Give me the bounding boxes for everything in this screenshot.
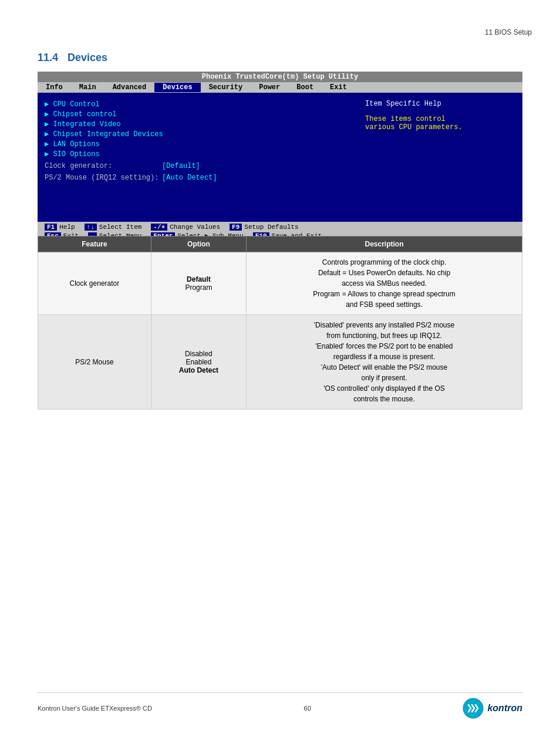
footer-desc: Setup Defaults: [244, 224, 298, 231]
help-title: Item Specific Help: [365, 100, 515, 108]
table-cell-option: DefaultProgram: [151, 252, 246, 315]
option-item: Default: [158, 275, 239, 283]
bios-menu-item-advanced[interactable]: Advanced: [104, 83, 155, 92]
bios-menu-row[interactable]: ▶ LAN Options: [45, 140, 351, 148]
bios-footer-row: F1Help↑↓Select Item-/+Change ValuesF9Set…: [42, 223, 301, 231]
bios-menu-item-main[interactable]: Main: [71, 83, 104, 92]
bios-menu-row[interactable]: ▶ Chipset control: [45, 110, 351, 119]
bios-menu-row[interactable]: ▶ CPU Control: [45, 100, 351, 109]
table-header: Feature: [38, 236, 151, 252]
table-header: Description: [247, 236, 522, 252]
footer-desc: Change Values: [170, 224, 220, 231]
footer-key: -/+: [151, 224, 167, 231]
bios-setting-row: PS/2 Mouse (IRQ12 setting):[Auto Detect]: [45, 174, 351, 182]
bios-menu-item-boot[interactable]: Boot: [288, 83, 322, 92]
bios-menu-row[interactable]: ▶ SIO Options: [45, 150, 351, 158]
option-item: Program: [158, 283, 239, 292]
bios-menu-item-power[interactable]: Power: [251, 83, 288, 92]
setting-value: [Default]: [162, 162, 200, 170]
page-number: 11 BIOS Setup: [485, 28, 532, 36]
bios-footer-item: ↑↓Select Item: [82, 223, 144, 231]
bios-screen: Phoenix TrustedCore(tm) Setup Utility In…: [38, 72, 522, 241]
option-item: Enabled: [158, 358, 239, 366]
bios-menu-row[interactable]: ▶ Chipset Integrated Devices: [45, 130, 351, 138]
bios-left-panel: ▶ CPU Control▶ Chipset control▶ Integrat…: [38, 97, 358, 217]
kontron-logo-icon: [463, 698, 484, 719]
bios-menubar[interactable]: InfoMainAdvancedDevicesSecurityPowerBoot…: [38, 82, 522, 93]
page-footer: Kontron User's Guide ETXexpress® CD 60 k…: [38, 692, 522, 719]
table-cell-description: 'Disabled' prevents any installed PS/2 m…: [247, 315, 522, 410]
footer-desc: Select Item: [99, 224, 142, 231]
option-item: Auto Detect: [158, 366, 239, 374]
setting-label: Clock generator:: [45, 162, 162, 170]
footer-page-number: 60: [304, 705, 311, 712]
bios-title-bar: Phoenix TrustedCore(tm) Setup Utility: [38, 72, 522, 82]
section-heading: 11.4Devices: [38, 52, 107, 64]
footer-key: F9: [230, 224, 242, 231]
footer-key: ↑↓: [85, 224, 97, 231]
table-row: Clock generatorDefaultProgramControls pr…: [38, 252, 522, 315]
logo-text: kontron: [487, 703, 522, 714]
table-cell-feature: PS/2 Mouse: [38, 315, 151, 410]
bios-menu-item-devices[interactable]: Devices: [154, 83, 200, 92]
table-cell-description: Controls programming of the clock chip.D…: [247, 252, 522, 315]
bios-footer-item: -/+Change Values: [149, 223, 222, 231]
footer-desc: Help: [59, 224, 75, 231]
bios-menu-item-security[interactable]: Security: [201, 83, 251, 92]
bios-menu-item-info[interactable]: Info: [38, 83, 71, 92]
info-table: FeatureOptionDescriptionClock generatorD…: [38, 236, 522, 410]
table-header: Option: [151, 236, 246, 252]
setting-value: [Auto Detect]: [162, 174, 217, 182]
bios-menu-row[interactable]: ▶ Integrated Video: [45, 120, 351, 129]
bios-right-panel: Item Specific Help These items controlva…: [358, 97, 522, 217]
setting-label: PS/2 Mouse (IRQ12 setting):: [45, 174, 162, 182]
section-title: Devices: [68, 52, 107, 63]
table-cell-option: DisabledEnabledAuto Detect: [151, 315, 246, 410]
footer-left-text: Kontron User's Guide ETXexpress® CD: [38, 705, 152, 712]
table-row: PS/2 MouseDisabledEnabledAuto Detect'Dis…: [38, 315, 522, 410]
footer-key: F1: [45, 224, 57, 231]
option-item: Disabled: [158, 350, 239, 358]
help-text: These items controlvarious CPU parameter…: [365, 115, 515, 131]
bios-setting-row: Clock generator:[Default]: [45, 162, 351, 170]
section-number: 11.4: [38, 52, 58, 63]
bios-footer-item: F9Setup Defaults: [227, 223, 301, 231]
table-cell-feature: Clock generator: [38, 252, 151, 315]
bios-menu-item-exit[interactable]: Exit: [322, 83, 355, 92]
logo-container: kontron: [463, 698, 522, 719]
bios-footer-item: F1Help: [42, 223, 77, 231]
svg-point-0: [463, 698, 483, 718]
bios-body: ▶ CPU Control▶ Chipset control▶ Integrat…: [38, 93, 522, 222]
